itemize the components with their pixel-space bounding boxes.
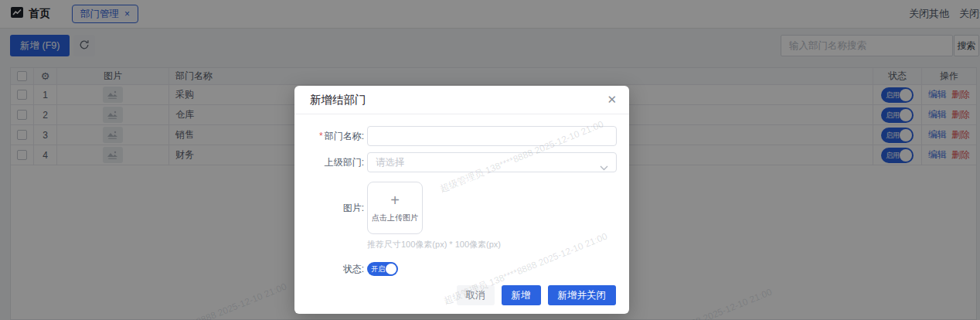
- required-asterisk: *: [319, 131, 323, 141]
- upload-hint: 推荐尺寸100像素(px) * 100像素(px): [367, 239, 617, 250]
- parent-department-select[interactable]: 请选择: [367, 152, 617, 172]
- field-status: 状态: 开启: [307, 262, 617, 276]
- name-label: 部门名称:: [325, 131, 364, 141]
- image-upload-box[interactable]: + 点击上传图片: [367, 182, 423, 234]
- toggle-on-text: 开启: [371, 264, 385, 274]
- modal-body: *部门名称: 上级部门: 请选择 图片: + 点击上传图片 推: [294, 114, 629, 276]
- parent-label: 上级部门:: [307, 156, 364, 169]
- status-toggle-modal[interactable]: 开启: [367, 262, 398, 276]
- chevron-down-icon: [600, 160, 608, 174]
- modal-header: 新增结部门: [294, 86, 629, 114]
- toggle-knob: [386, 264, 396, 274]
- image-label: 图片:: [307, 202, 364, 215]
- upload-text: 点击上传图片: [372, 213, 418, 223]
- modal-title: 新增结部门: [310, 93, 366, 107]
- field-parent-department: 上级部门: 请选择: [307, 152, 617, 172]
- add-department-modal: 新增结部门 ✕ *部门名称: 上级部门: 请选择 图片: +: [294, 86, 629, 314]
- cancel-button[interactable]: 取消: [457, 285, 495, 305]
- confirm-and-close-button[interactable]: 新增并关闭: [548, 285, 617, 305]
- field-image: 图片: + 点击上传图片: [307, 182, 617, 234]
- plus-icon: +: [390, 192, 400, 208]
- department-name-input[interactable]: [367, 126, 617, 146]
- modal-close-icon[interactable]: ✕: [607, 94, 617, 105]
- modal-footer: 取消 新增 新增并关闭: [457, 285, 617, 305]
- select-placeholder: 请选择: [376, 156, 405, 169]
- field-department-name: *部门名称:: [307, 126, 617, 146]
- page: 首页 部门管理 × 关闭其他 关闭全部 新增 (F9) 搜索 ⚙ 图片 部门名称…: [0, 0, 980, 320]
- confirm-button[interactable]: 新增: [502, 285, 541, 305]
- status-label: 状态:: [307, 263, 364, 276]
